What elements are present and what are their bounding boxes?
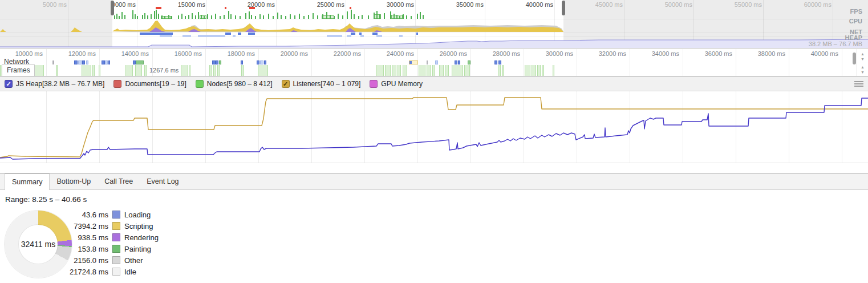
network-activity-bar (376, 35, 382, 37)
frame-bar[interactable] (403, 65, 407, 76)
ruler-tick (736, 49, 736, 76)
frame-bar[interactable] (82, 65, 91, 76)
frame-bar[interactable] (553, 65, 554, 76)
network-request[interactable] (264, 60, 266, 64)
network-request[interactable] (260, 60, 263, 64)
frame-bar[interactable] (392, 65, 396, 76)
tab-event-log[interactable]: Event Log (140, 173, 185, 189)
frame-bar[interactable] (385, 65, 391, 76)
range-label: Range: 8.25 s – 40.66 s (5, 195, 87, 204)
network-request[interactable] (468, 60, 470, 64)
counter-checkbox[interactable]: ✓ (282, 80, 290, 88)
frame-bar[interactable] (439, 65, 444, 76)
counters-chart[interactable] (0, 91, 868, 173)
network-request[interactable] (78, 60, 82, 64)
counter-checkbox[interactable]: ✓ (5, 80, 13, 88)
fps-bar (230, 14, 232, 19)
ruler-tick (789, 49, 789, 76)
network-request[interactable] (82, 60, 85, 64)
selection-left-handle[interactable] (111, 1, 114, 15)
frame-bar[interactable] (125, 65, 133, 76)
counter-checkbox-item[interactable]: Nodes[5 980 – 8 412] (196, 80, 273, 88)
frame-bar[interactable] (542, 65, 544, 76)
network-request[interactable] (52, 60, 54, 64)
frame-bar[interactable] (464, 65, 470, 76)
network-activity-bar (198, 35, 225, 37)
fps-bar (263, 15, 264, 19)
ruler-tick (205, 49, 206, 76)
scroll-down-icon[interactable]: ▼ (861, 57, 865, 61)
fps-bar (334, 16, 335, 19)
counter-checkbox-item[interactable]: ✓JS Heap[38.2 MB – 76.7 MB] (5, 80, 104, 88)
frame-bar[interactable] (181, 65, 188, 76)
counter-checkbox-item[interactable]: Documents[19 – 19] (113, 80, 186, 88)
counter-checkbox[interactable] (113, 80, 121, 88)
frame-bar[interactable] (258, 65, 268, 76)
fps-bar (411, 16, 412, 19)
network-request[interactable] (105, 60, 108, 64)
counter-checkbox[interactable] (370, 80, 378, 88)
network-request[interactable] (458, 60, 460, 64)
network-request[interactable] (427, 60, 428, 64)
fps-bar (147, 15, 148, 19)
network-request[interactable] (74, 60, 78, 64)
frame-bar[interactable] (452, 65, 463, 76)
frame-bar[interactable] (432, 65, 435, 76)
hamburger-menu-icon[interactable] (854, 81, 863, 88)
scroll-up-icon[interactable]: ▲ (861, 52, 865, 56)
frame-bar[interactable] (209, 65, 212, 76)
selection-right-handle[interactable] (562, 1, 565, 15)
frame-bar[interactable] (92, 65, 95, 76)
timeline-overview[interactable]: 5000 ms0000 ms15000 ms20000 ms25000 ms30… (0, 0, 868, 48)
frame-bar[interactable] (189, 65, 190, 76)
frame-bar[interactable] (498, 65, 501, 76)
frame-bar[interactable] (419, 65, 425, 76)
frame-bar[interactable] (427, 65, 431, 76)
frame-bar[interactable] (34, 65, 44, 76)
tab-call-tree[interactable]: Call Tree (98, 173, 140, 189)
network-request[interactable] (257, 60, 259, 64)
frame-bar[interactable] (445, 65, 449, 76)
track-scrollbar-thumb[interactable] (853, 52, 856, 64)
performance-panel: 5000 ms0000 ms15000 ms20000 ms25000 ms30… (0, 0, 868, 283)
counter-checkbox-item[interactable]: GPU Memory (370, 80, 423, 88)
frame-bar[interactable] (502, 65, 504, 76)
frame-bar[interactable] (376, 65, 384, 76)
fps-bar (215, 14, 216, 19)
network-request[interactable] (108, 60, 110, 64)
frames-track-label[interactable]: Frames (2, 64, 35, 76)
scroll-down-icon[interactable]: ▼ (861, 70, 865, 74)
scroll-up-icon[interactable]: ▲ (861, 65, 865, 69)
counter-checkbox[interactable] (196, 80, 204, 88)
frame-bar[interactable] (135, 65, 142, 76)
frame-bar[interactable] (398, 65, 401, 76)
track-scrollbar[interactable]: ▲ ▼ ▲ ▼ (857, 49, 868, 76)
legend-value: 2156.0 ms (62, 256, 108, 265)
network-request[interactable] (435, 60, 438, 64)
frame-bar[interactable] (56, 65, 58, 76)
fps-bar (220, 16, 221, 19)
network-request[interactable] (216, 60, 218, 64)
network-request[interactable] (498, 60, 501, 64)
network-request[interactable] (219, 60, 221, 64)
counter-checkbox-item[interactable]: ✓Listeners[740 – 1 079] (282, 80, 361, 88)
network-request[interactable] (136, 60, 144, 64)
frame-bar[interactable] (217, 65, 220, 76)
fps-bar (144, 13, 145, 19)
tab-summary[interactable]: Summary (5, 173, 50, 190)
tab-bottom-up[interactable]: Bottom-Up (50, 173, 98, 189)
frame-bar[interactable] (241, 65, 244, 76)
network-request[interactable] (409, 60, 418, 64)
frame-bar[interactable] (99, 65, 100, 76)
overview-row-label: FPS (850, 8, 862, 15)
network-request[interactable] (241, 60, 243, 64)
fps-bar (403, 14, 404, 19)
frame-bar[interactable] (144, 65, 147, 76)
network-request[interactable] (494, 60, 497, 64)
frame-bar[interactable] (213, 65, 216, 76)
frame-bar[interactable] (525, 65, 530, 76)
network-request[interactable] (86, 60, 88, 64)
frame-bar[interactable] (537, 65, 541, 76)
network-request[interactable] (455, 60, 457, 64)
frame-bar[interactable] (532, 65, 536, 76)
